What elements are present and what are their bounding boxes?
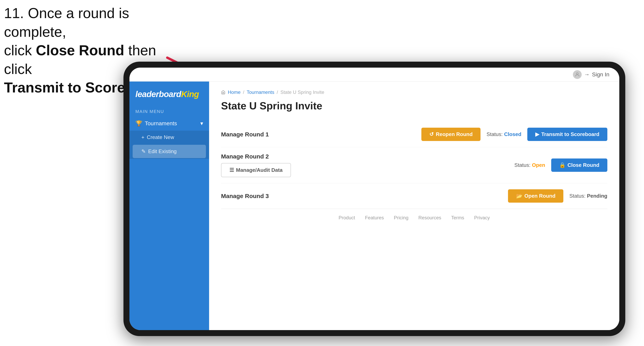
logo-area: leaderboardKing <box>130 82 209 105</box>
breadcrumb-tournaments[interactable]: Tournaments <box>247 89 274 95</box>
round-3-label: Manage Round 3 <box>221 193 269 199</box>
svg-point-2 <box>576 73 578 74</box>
sign-in-label[interactable]: Sign In <box>592 71 609 78</box>
footer-product[interactable]: Product <box>338 215 355 220</box>
tournaments-label: Tournaments <box>145 120 177 127</box>
round-row-1: Manage Round 1 ↺ Reopen Round Status: Cl… <box>221 122 607 147</box>
footer: Product Features Pricing Resources Terms… <box>221 209 607 226</box>
top-bar: → Sign In <box>130 68 619 82</box>
logo-text1: leaderboard <box>136 89 181 99</box>
round-3-right: 📂 Open Round Status: Pending <box>508 189 607 203</box>
sidebar: leaderboardKing MAIN MENU 🏆 Tournaments … <box>130 82 209 330</box>
page-title: State U Spring Invite <box>221 100 607 112</box>
edit-icon: ✎ <box>142 148 146 155</box>
open-icon: 📂 <box>516 193 522 199</box>
main-menu-label: MAIN MENU <box>130 105 209 116</box>
footer-privacy[interactable]: Privacy <box>474 215 490 220</box>
breadcrumb-current: State U Spring Invite <box>280 89 324 95</box>
breadcrumb-home[interactable]: Home <box>228 89 240 95</box>
round-row-2: Manage Round 2 ☰ Manage/Audit Data Statu… <box>221 147 607 183</box>
tablet-device: → Sign In leaderboardKing MAIN MENU 🏆 To… <box>124 62 625 336</box>
footer-features[interactable]: Features <box>365 215 384 220</box>
sign-in-arrow-icon: → <box>584 71 590 78</box>
manage-audit-label: Manage/Audit Data <box>236 167 282 173</box>
chevron-down-icon: ▾ <box>200 120 203 127</box>
tablet-screen: → Sign In leaderboardKing MAIN MENU 🏆 To… <box>130 68 619 330</box>
instruction-bold1: Close Round <box>36 42 124 58</box>
round-2-status-value: Open <box>532 162 545 168</box>
audit-icon: ☰ <box>230 167 234 173</box>
plus-icon: + <box>142 134 144 140</box>
round-2-right: Status: Open 🔒 Close Round <box>514 159 607 172</box>
home-icon <box>221 90 226 94</box>
breadcrumb: Home / Tournaments / State U Spring Invi… <box>221 89 607 95</box>
open-round-label: Open Round <box>524 193 556 199</box>
round-3-status: Status: Pending <box>569 193 607 199</box>
lock-icon: 🔒 <box>559 162 566 168</box>
manage-audit-button[interactable]: ☰ Manage/Audit Data <box>221 163 291 177</box>
sign-in-area[interactable]: → Sign In <box>573 70 609 79</box>
sidebar-item-edit-existing[interactable]: ✎ Edit Existing <box>132 145 206 158</box>
breadcrumb-sep1: / <box>243 89 244 95</box>
round-1-label: Manage Round 1 <box>221 131 269 138</box>
main-layout: leaderboardKing MAIN MENU 🏆 Tournaments … <box>130 82 619 330</box>
footer-terms[interactable]: Terms <box>451 215 464 220</box>
reopen-round-label: Reopen Round <box>436 131 472 137</box>
round-3-status-value: Pending <box>587 193 607 199</box>
reopen-icon: ↺ <box>429 131 434 137</box>
round-2-status: Status: Open <box>514 162 545 168</box>
transmit-scoreboard-button[interactable]: ▶ Transmit to Scoreboard <box>527 128 607 141</box>
breadcrumb-sep2: / <box>276 89 278 95</box>
create-new-label: Create New <box>147 134 174 140</box>
sidebar-submenu: + Create New ✎ Edit Existing <box>130 131 209 159</box>
close-round-button[interactable]: 🔒 Close Round <box>551 159 607 172</box>
open-round-button[interactable]: 📂 Open Round <box>508 189 563 203</box>
footer-resources[interactable]: Resources <box>418 215 441 220</box>
logo-text2: King <box>181 89 199 99</box>
footer-pricing[interactable]: Pricing <box>394 215 408 220</box>
round-1-status: Status: Closed <box>486 131 521 137</box>
sidebar-item-tournaments[interactable]: 🏆 Tournaments ▾ <box>130 116 209 131</box>
transmit-scoreboard-label: Transmit to Scoreboard <box>541 131 600 137</box>
logo: leaderboardKing <box>136 89 203 99</box>
content-area: Home / Tournaments / State U Spring Invi… <box>209 82 619 330</box>
reopen-round-button[interactable]: ↺ Reopen Round <box>421 128 480 141</box>
round-1-right: ↺ Reopen Round Status: Closed ▶ Transmit… <box>421 128 607 141</box>
round-2-label: Manage Round 2 <box>221 153 291 160</box>
round-2-left: Manage Round 2 ☰ Manage/Audit Data <box>221 153 291 177</box>
round-1-status-value: Closed <box>504 131 521 137</box>
user-avatar-icon <box>573 70 582 79</box>
instruction-line1: 11. Once a round is complete, <box>4 4 183 41</box>
round-row-3: Manage Round 3 📂 Open Round Status: Pend… <box>221 183 607 209</box>
transmit-icon: ▶ <box>535 131 539 137</box>
sidebar-item-create-new[interactable]: + Create New <box>130 131 209 144</box>
close-round-label: Close Round <box>568 162 600 168</box>
trophy-icon: 🏆 <box>136 120 142 127</box>
edit-existing-label: Edit Existing <box>148 148 177 155</box>
